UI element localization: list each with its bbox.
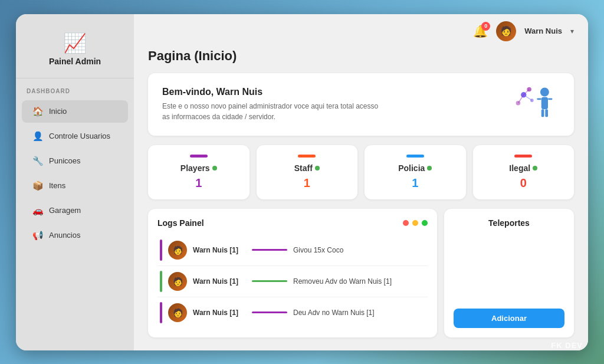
svg-line-12 — [524, 94, 532, 100]
ilegal-value: 0 — [520, 176, 527, 190]
welcome-banner: Bem-vindo, Warn Nuis Este e o nosso novo… — [148, 73, 574, 136]
ilegal-dot — [533, 166, 537, 170]
close-dot — [403, 220, 409, 226]
chevron-down-icon[interactable]: ▾ — [570, 27, 574, 35]
stats-row: Players 1 Staff 1 — [148, 145, 574, 199]
svg-point-0 — [540, 87, 549, 96]
log-user: Warn Nuis [1] — [193, 246, 246, 254]
stat-card-ilegal: Ilegal 0 — [473, 145, 575, 199]
svg-line-10 — [524, 89, 529, 94]
ilegal-accent — [514, 155, 532, 158]
log-action: Removeu Adv do Warn Nuis [1] — [293, 277, 425, 286]
svg-line-11 — [518, 94, 523, 103]
log-line — [252, 249, 287, 251]
welcome-heading: Bem-vindo, Warn Nuis — [162, 87, 386, 97]
svg-rect-3 — [548, 98, 553, 100]
welcome-illustration — [513, 84, 560, 125]
log-bar — [160, 240, 162, 261]
staff-accent — [298, 155, 316, 158]
policia-label: Policia — [398, 163, 432, 173]
log-action: Givou 15x Coco — [293, 246, 425, 254]
players-dot — [212, 166, 217, 170]
sidebar-section-label: DASHBOARD — [16, 88, 134, 99]
notification-badge: 0 — [481, 22, 490, 31]
header: 🔔 0 🧑 Warn Nuis ▾ — [134, 14, 588, 48]
svg-rect-4 — [541, 109, 544, 117]
log-item: 🧑 Warn Nuis [1] Removeu Adv do Warn Nuis… — [157, 266, 428, 297]
stat-card-policia: Policia 1 — [365, 145, 466, 199]
notification-bell[interactable]: 🔔 0 — [473, 24, 488, 38]
logs-title: Logs Painel — [157, 218, 204, 228]
players-accent — [190, 155, 208, 158]
minimize-dot — [412, 220, 418, 226]
log-avatar: 🧑 — [168, 272, 187, 291]
username-label: Warn Nuis — [524, 27, 562, 35]
stat-card-staff: Staff 1 — [257, 145, 358, 199]
log-user: Warn Nuis [1] — [193, 277, 246, 286]
players-label: Players — [180, 163, 217, 173]
teleportes-spacer — [454, 235, 564, 309]
policia-value: 1 — [412, 176, 418, 190]
main-content: 🔔 0 🧑 Warn Nuis ▾ Pagina (Inicio) Bem-vi… — [134, 14, 588, 350]
sidebar-item-punicoes[interactable]: 🔧 Punicoes — [22, 150, 128, 172]
sidebar-item-inicio-label: Inicio — [49, 107, 67, 116]
players-value: 1 — [195, 176, 202, 190]
window-controls — [403, 220, 428, 226]
sidebar: 📈 Painel Admin DASHBOARD 🏠 Inicio 👤 Cont… — [16, 14, 134, 350]
staff-value: 1 — [304, 176, 310, 190]
staff-label: Staff — [294, 163, 320, 173]
logs-panel-header: Logs Painel — [157, 218, 428, 228]
sidebar-item-inicio[interactable]: 🏠 Inicio — [22, 100, 128, 123]
log-line — [252, 280, 287, 282]
maximize-dot — [422, 220, 428, 226]
avatar: 🧑 — [496, 21, 516, 41]
teleportes-panel: Teleportes Adicionar — [444, 209, 574, 337]
log-line — [252, 311, 287, 313]
log-item: 🧑 Warn Nuis [1] Deu Adv no Warn Nuis [1] — [157, 297, 428, 328]
content-area: Pagina (Inicio) Bem-vindo, Warn Nuis Est… — [134, 48, 588, 350]
sidebar-item-anuncios-label: Anuncios — [49, 231, 80, 240]
page-title: Pagina (Inicio) — [148, 48, 574, 64]
log-item: 🧑 Warn Nuis [1] Givou 15x Coco — [157, 235, 428, 266]
policia-accent — [406, 155, 424, 158]
box-icon: 📦 — [32, 181, 43, 191]
stat-card-players: Players 1 — [148, 145, 250, 199]
sidebar-item-controle-usuarios[interactable]: 👤 Controle Usuarios — [22, 125, 128, 147]
staff-dot — [315, 166, 320, 170]
log-avatar: 🧑 — [168, 303, 187, 322]
welcome-text: Bem-vindo, Warn Nuis Este e o nosso novo… — [162, 87, 386, 122]
svg-rect-2 — [537, 98, 541, 100]
user-icon: 👤 — [32, 131, 43, 142]
teleportes-title: Teleportes — [454, 218, 564, 228]
logo-icon: 📈 — [63, 32, 87, 54]
sidebar-logo: 📈 Painel Admin — [16, 26, 134, 78]
policia-dot — [427, 166, 432, 170]
watermark: FK DEV — [551, 341, 583, 350]
log-bar — [160, 271, 162, 292]
welcome-description: Este e o nosso novo painel administrador… — [162, 101, 386, 122]
svg-rect-1 — [541, 97, 548, 109]
car-icon: 🚗 — [32, 205, 43, 216]
sidebar-item-garagem-label: Garagem — [49, 206, 81, 215]
sidebar-item-controle-usuarios-label: Controle Usuarios — [49, 132, 110, 140]
sidebar-item-itens[interactable]: 📦 Itens — [22, 175, 128, 197]
sidebar-item-punicoes-label: Punicoes — [49, 156, 80, 165]
sidebar-item-itens-label: Itens — [49, 181, 65, 190]
wrench-icon: 🔧 — [32, 156, 43, 166]
sidebar-title: Painel Admin — [49, 57, 101, 66]
bottom-row: Logs Painel 🧑 Warn Nuis [1] Givou — [148, 209, 574, 337]
log-bar — [160, 302, 162, 323]
log-avatar: 🧑 — [168, 241, 187, 260]
logs-panel: Logs Painel 🧑 Warn Nuis [1] Givou — [148, 209, 437, 337]
log-user: Warn Nuis [1] — [193, 309, 246, 317]
sidebar-item-anuncios[interactable]: 📢 Anuncios — [22, 224, 128, 247]
adicionar-button[interactable]: Adicionar — [454, 309, 564, 328]
log-action: Deu Adv no Warn Nuis [1] — [293, 309, 425, 317]
megaphone-icon: 📢 — [32, 230, 43, 241]
svg-rect-5 — [545, 109, 548, 117]
ilegal-label: Ilegal — [509, 163, 537, 173]
home-icon: 🏠 — [32, 106, 43, 117]
sidebar-item-garagem[interactable]: 🚗 Garagem — [22, 199, 128, 222]
